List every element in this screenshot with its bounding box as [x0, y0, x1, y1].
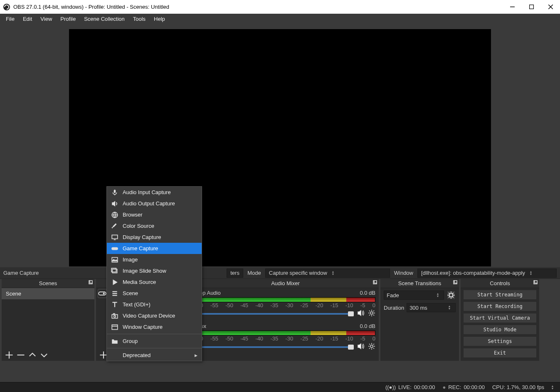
menu-item-audio-output-capture[interactable]: Audio Output Capture — [107, 198, 202, 209]
add-source-menu: Audio Input CaptureAudio Output CaptureB… — [106, 186, 202, 361]
menu-item-label: Display Capture — [123, 234, 161, 240]
menu-item-color-source[interactable]: Color Source — [107, 220, 202, 232]
db-scale: -60-55-50-45-40-35-30-25-20-15-10-50 — [195, 302, 375, 308]
menu-item-text-gdi-[interactable]: Text (GDI+) — [107, 299, 202, 310]
move-scene-down-button[interactable] — [40, 351, 48, 359]
menu-item-label: Text (GDI+) — [123, 301, 150, 308]
menu-item-label: Audio Output Capture — [123, 200, 175, 207]
move-scene-up-button[interactable] — [28, 351, 37, 359]
list-icon — [111, 290, 118, 297]
menu-item-label: Video Capture Device — [123, 313, 175, 319]
monitor-icon — [111, 234, 118, 241]
exit-button[interactable]: Exit — [463, 348, 537, 358]
remove-scene-button[interactable] — [17, 351, 25, 359]
settings-button[interactable]: Settings — [463, 336, 537, 346]
mode-label: Mode — [247, 270, 261, 276]
svg-rect-27 — [112, 325, 118, 329]
controls-header-label: Controls — [490, 280, 510, 286]
track-level: 0.0 dB — [360, 323, 375, 329]
minimize-button[interactable] — [503, 0, 522, 14]
status-bar: ((●)) LIVE: 00:00:00 ● REC: 00:00:00 CPU… — [0, 382, 560, 392]
menu-item-group[interactable]: Group — [107, 335, 202, 347]
svg-point-10 — [370, 312, 373, 314]
audio-meter — [195, 297, 375, 302]
menu-scene-collection[interactable]: Scene Collection — [80, 15, 129, 23]
folder-icon — [111, 338, 118, 345]
menu-item-deprecated[interactable]: Deprecated▶ — [107, 350, 202, 361]
menu-item-game-capture[interactable]: Game Capture — [107, 243, 202, 254]
menu-item-window-capture[interactable]: Window Capture — [107, 321, 202, 333]
svg-rect-8 — [373, 281, 377, 284]
scenes-header: Scenes — [2, 279, 94, 288]
transition-select[interactable]: Fade ▲▼ — [384, 291, 444, 300]
slideshow-icon — [111, 267, 118, 275]
menu-item-image-slide-show[interactable]: Image Slide Show — [107, 265, 202, 276]
filters-button[interactable]: ters — [227, 269, 243, 278]
brush-icon — [111, 222, 118, 230]
duration-input[interactable]: 300 ms ▲▼ — [407, 303, 456, 312]
speaker-icon — [111, 200, 118, 207]
camera-icon — [111, 312, 118, 320]
menu-item-display-capture[interactable]: Display Capture — [107, 232, 202, 243]
cpu-value: CPU: 1.7%, 30.00 fps — [492, 384, 544, 390]
popout-icon[interactable] — [373, 280, 377, 284]
transition-settings-button[interactable] — [447, 291, 456, 300]
svg-rect-20 — [111, 247, 118, 250]
mixer-track: ktop Audio0.0 dB-60-55-50-45-40-35-30-25… — [192, 288, 379, 321]
speaker-icon[interactable] — [357, 309, 365, 318]
status-rec: ● REC: 00:00:00 — [442, 384, 485, 390]
menu-help[interactable]: Help — [150, 15, 169, 23]
start-virtual-camera-button[interactable]: Start Virtual Camera — [463, 313, 537, 323]
broadcast-icon: ((●)) — [385, 384, 396, 390]
scene-item[interactable]: Scene — [2, 288, 94, 299]
menu-tools[interactable]: Tools — [129, 15, 150, 23]
track-settings-button[interactable] — [368, 309, 375, 318]
svg-rect-12 — [454, 281, 457, 284]
gamepad-icon — [111, 245, 118, 252]
volume-slider[interactable] — [195, 313, 354, 315]
audio-mixer-dock: Audio Mixer ktop Audio0.0 dB-60-55-50-45… — [192, 279, 379, 361]
gamepad-icon — [98, 289, 107, 298]
preview-area — [0, 24, 560, 267]
transitions-dock: Scene Transitions Fade ▲▼ Duration 300 m… — [380, 279, 459, 361]
controls-dock: Controls Start Streaming Start Recording… — [461, 279, 539, 361]
menu-profile[interactable]: Profile — [56, 15, 80, 23]
menu-item-label: Browser — [123, 212, 143, 218]
source-properties-bar: Game Capture ters Mode Capture specific … — [0, 267, 560, 279]
record-icon: ● — [442, 384, 446, 390]
mode-dropdown[interactable]: Capture specific window ▲▼ — [265, 269, 390, 278]
maximize-button[interactable] — [522, 0, 541, 14]
popout-icon[interactable] — [89, 280, 93, 284]
popout-icon[interactable] — [453, 280, 457, 284]
start-streaming-button[interactable]: Start Streaming — [463, 290, 537, 300]
svg-rect-19 — [112, 235, 118, 239]
window-label: Window — [394, 270, 413, 276]
transitions-header: Scene Transitions — [380, 279, 459, 288]
menu-item-scene[interactable]: Scene — [107, 288, 202, 299]
rec-label: REC: — [448, 384, 461, 390]
track-settings-button[interactable] — [368, 343, 375, 351]
menu-view[interactable]: View — [36, 15, 56, 23]
menu-item-browser[interactable]: Browser — [107, 209, 202, 220]
titlebar: OBS 27.0.1 (64-bit, windows) - Profile: … — [0, 0, 560, 14]
live-label: LIVE: — [398, 384, 412, 390]
text-icon — [111, 301, 118, 308]
menu-item-media-source[interactable]: Media Source — [107, 276, 202, 288]
menubar: File Edit View Profile Scene Collection … — [0, 14, 560, 24]
svg-rect-24 — [112, 314, 118, 318]
menu-item-label: Window Capture — [123, 324, 163, 330]
menu-edit[interactable]: Edit — [19, 15, 36, 23]
studio-mode-button[interactable]: Studio Mode — [463, 325, 537, 335]
speaker-icon[interactable] — [357, 343, 365, 351]
window-dropdown[interactable]: [dllhost.exe]: obs-compatability-mode-ap… — [417, 269, 557, 278]
menu-item-image[interactable]: Image — [107, 254, 202, 265]
menu-file[interactable]: File — [2, 15, 19, 23]
close-button[interactable] — [541, 0, 560, 14]
menu-item-audio-input-capture[interactable]: Audio Input Capture — [107, 187, 202, 198]
volume-slider[interactable] — [195, 346, 354, 348]
svg-rect-15 — [534, 281, 537, 284]
add-scene-button[interactable] — [5, 351, 13, 359]
start-recording-button[interactable]: Start Recording — [463, 301, 537, 311]
popout-icon[interactable] — [533, 280, 538, 284]
menu-item-video-capture-device[interactable]: Video Capture Device — [107, 310, 202, 321]
